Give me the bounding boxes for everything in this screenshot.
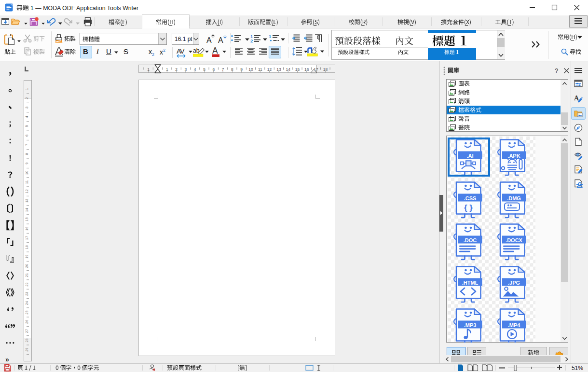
svg-text:17: 17 (25, 236, 29, 240)
svg-text:A: A (212, 46, 218, 55)
svg-text:9: 9 (240, 67, 243, 72)
svg-text:14: 14 (25, 208, 29, 212)
svg-text:4: 4 (25, 116, 29, 118)
svg-text:A: A (206, 36, 212, 44)
svg-text:12: 12 (267, 67, 272, 72)
svg-text:7: 7 (25, 144, 29, 146)
svg-text:19: 19 (25, 255, 29, 259)
svg-text:29: 29 (25, 348, 29, 352)
svg-text:13: 13 (25, 199, 29, 203)
svg-text:8: 8 (231, 67, 233, 72)
svg-text:10: 10 (25, 171, 29, 175)
svg-text:9: 9 (25, 163, 29, 165)
svg-text:22: 22 (25, 282, 29, 286)
svg-text:12: 12 (25, 189, 29, 193)
svg-text:24: 24 (25, 301, 29, 305)
svg-text:11: 11 (258, 67, 262, 72)
svg-text:1: 1 (269, 34, 272, 39)
svg-text:6: 6 (25, 135, 29, 137)
svg-text:14: 14 (286, 67, 290, 72)
svg-text:7: 7 (222, 67, 224, 72)
svg-text:28: 28 (25, 338, 29, 342)
svg-text:1: 1 (147, 67, 150, 72)
svg-text:4: 4 (194, 67, 196, 72)
svg-text:15: 15 (25, 217, 29, 221)
svg-text:2: 2 (25, 97, 29, 99)
svg-text:8: 8 (25, 153, 29, 155)
svg-text:27: 27 (25, 329, 29, 333)
svg-text:25: 25 (25, 310, 29, 314)
svg-text:15: 15 (295, 67, 300, 72)
svg-text:2: 2 (250, 38, 253, 43)
svg-text:20: 20 (25, 264, 29, 268)
svg-text:2: 2 (175, 67, 178, 72)
svg-text:1: 1 (166, 67, 168, 72)
svg-text:18: 18 (323, 67, 328, 72)
svg-text:23: 23 (25, 292, 29, 296)
svg-text:10: 10 (248, 67, 253, 72)
svg-text:18: 18 (25, 245, 29, 249)
svg-text:11: 11 (25, 180, 29, 184)
svg-text:16: 16 (25, 227, 29, 231)
svg-text:13: 13 (276, 67, 281, 72)
svg-text:6: 6 (212, 67, 215, 72)
svg-text:AV: AV (177, 47, 185, 55)
svg-text:1: 1 (25, 88, 29, 90)
svg-text:16: 16 (304, 67, 309, 72)
svg-text:5: 5 (25, 125, 29, 127)
svg-text:3: 3 (185, 67, 187, 72)
svg-text:5: 5 (203, 67, 205, 72)
svg-text:21: 21 (25, 273, 29, 277)
svg-text:A: A (218, 36, 223, 44)
svg-text:26: 26 (25, 320, 29, 324)
svg-text:3: 3 (25, 107, 29, 109)
